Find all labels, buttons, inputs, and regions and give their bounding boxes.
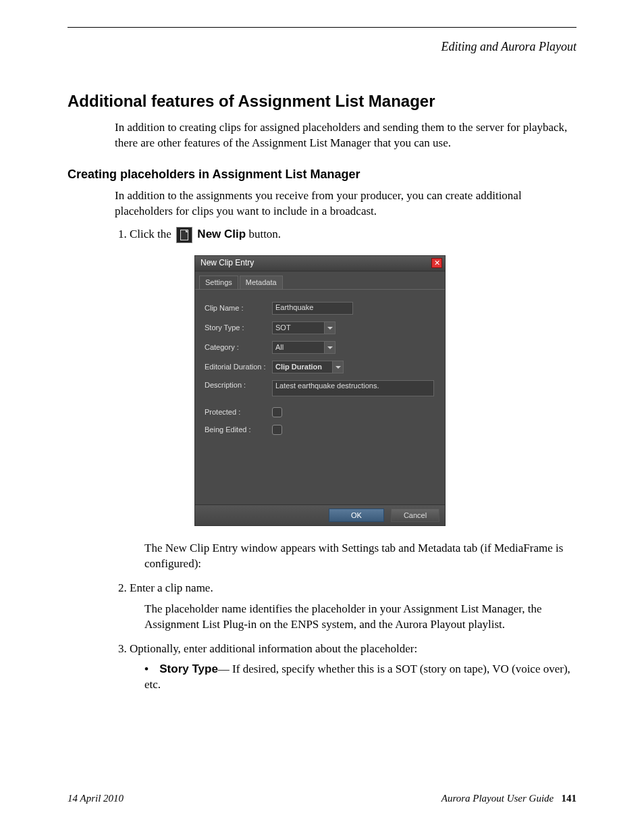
step-2: Enter a clip name. The placeholder name … <box>130 580 576 633</box>
step3-text: Optionally, enter additional information… <box>130 642 417 655</box>
chevron-down-icon <box>324 342 335 353</box>
label-story-type: Story Type : <box>205 323 272 333</box>
label-category: Category : <box>205 342 272 353</box>
step1-button-name: New Clip <box>197 228 246 240</box>
step2-text: Enter a clip name. <box>130 581 213 594</box>
close-icon[interactable]: ✕ <box>431 258 442 268</box>
label-description: Description : <box>205 380 272 390</box>
section-heading: Additional features of Assignment List M… <box>68 92 576 111</box>
story-type-value: SOT <box>275 323 291 333</box>
steps-list: Click the New Clip button. New Clip Entr… <box>115 226 576 693</box>
page-footer: 14 April 2010 Aurora Playout User Guide … <box>68 793 576 804</box>
footer-date: 14 April 2010 <box>68 793 124 804</box>
dialog-tabs: Settings Metadata <box>195 271 445 289</box>
ok-button[interactable]: OK <box>329 509 384 522</box>
step-1: Click the New Clip button. New Clip Entr… <box>130 226 576 572</box>
new-clip-icon <box>176 227 192 243</box>
category-select[interactable]: All <box>272 341 336 354</box>
dialog-titlebar: New Clip Entry ✕ <box>195 256 445 271</box>
new-clip-entry-dialog: New Clip Entry ✕ Settings Metadata Clip … <box>194 255 446 526</box>
cancel-button[interactable]: Cancel <box>391 509 439 522</box>
dialog-title: New Clip Entry <box>200 257 254 269</box>
label-editorial-duration: Editorial Duration : <box>205 362 272 372</box>
step1-text-post: button. <box>246 228 281 240</box>
label-clip-name: Clip Name : <box>205 303 272 313</box>
intro-paragraph: In addition to creating clips for assign… <box>115 120 576 151</box>
step-3: Optionally, enter additional information… <box>130 641 576 693</box>
label-being-edited: Being Edited : <box>205 425 272 435</box>
dialog-footer: OK Cancel <box>195 504 445 525</box>
label-protected: Protected : <box>205 407 272 417</box>
tab-metadata[interactable]: Metadata <box>240 276 283 289</box>
category-value: All <box>275 342 284 353</box>
description-field[interactable]: Latest earthquake destructions. <box>272 380 434 396</box>
tab-settings[interactable]: Settings <box>199 276 238 289</box>
chevron-down-icon <box>332 361 343 373</box>
step3-bullet-story-type: Story Type— If desired, specify whether … <box>144 661 576 694</box>
step1-text-pre: Click the <box>130 228 174 240</box>
editorial-duration-value: Clip Duration <box>275 362 322 372</box>
dialog-body: Clip Name : Earthquake Story Type : SOT … <box>195 289 445 504</box>
sub-intro-paragraph: In addition to the assignments you recei… <box>115 188 576 219</box>
footer-guide: Aurora Playout User Guide <box>441 793 554 804</box>
footer-page-number: 141 <box>562 793 577 804</box>
step2-followup: The placeholder name identifies the plac… <box>144 602 576 633</box>
chevron-down-icon <box>324 322 335 334</box>
story-type-select[interactable]: SOT <box>272 321 336 334</box>
clip-name-field[interactable]: Earthquake <box>272 302 353 315</box>
being-edited-checkbox[interactable] <box>272 425 282 435</box>
editorial-duration-select[interactable]: Clip Duration <box>272 361 344 373</box>
subsection-heading: Creating placeholders in Assignment List… <box>68 167 576 182</box>
bullet-label: Story Type <box>159 662 218 675</box>
after-dialog-text: The New Clip Entry window appears with S… <box>144 541 576 572</box>
running-header: Editing and Aurora Playout <box>68 40 576 54</box>
protected-checkbox[interactable] <box>272 407 282 417</box>
